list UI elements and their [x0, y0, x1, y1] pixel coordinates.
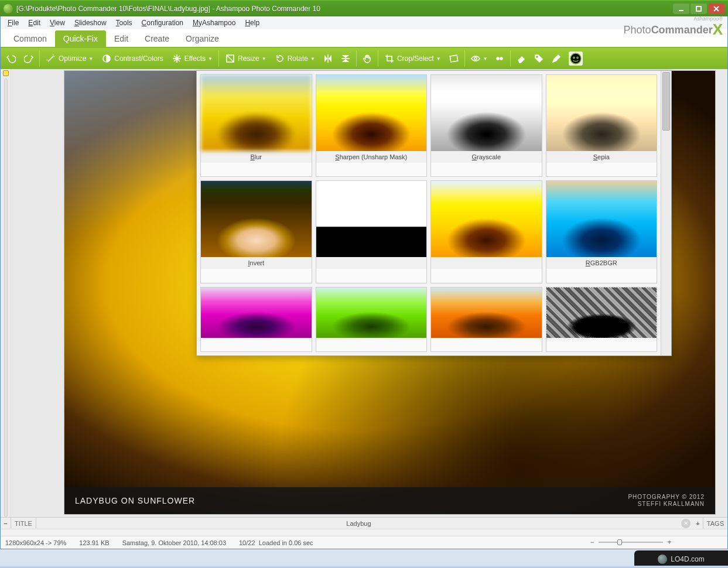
effect-invert[interactable]: Invert	[200, 180, 312, 283]
contrast-icon	[101, 53, 112, 64]
tags-label: TAGS	[703, 518, 727, 529]
tab-create[interactable]: Create	[136, 30, 177, 47]
status-index: 10/22 Loaded in 0.06 sec	[239, 539, 313, 546]
svg-point-7	[474, 57, 477, 60]
title-value[interactable]: Ladybug	[36, 520, 681, 527]
tab-edit[interactable]: Edit	[106, 30, 136, 47]
effect-thumbnail	[431, 181, 542, 257]
pan-button[interactable]	[359, 50, 375, 67]
eraser-button[interactable]	[513, 50, 529, 67]
menu-configuration[interactable]: Configuration	[137, 18, 188, 28]
effect-label: Blur	[201, 151, 312, 163]
contrast-button[interactable]: Contrast/Colors	[98, 50, 166, 67]
straighten-button[interactable]	[446, 50, 462, 67]
photo-caption: LADYBUG ON SUNFLOWER	[75, 496, 195, 505]
menubar: File Edit View Slideshow Tools Configura…	[1, 16, 727, 29]
app-body: File Edit View Slideshow Tools Configura…	[0, 16, 728, 549]
crop-icon	[384, 53, 395, 64]
eye-button[interactable]: ▼	[467, 50, 491, 67]
close-button[interactable]	[708, 4, 724, 14]
zoom-slider[interactable]	[599, 539, 663, 546]
hand-icon	[362, 53, 372, 64]
effect-thumbnail	[316, 288, 427, 338]
window-titlebar: [G:\Produkte\Photo Commander 10\Fotos\FI…	[0, 0, 728, 16]
mode-tabs: Common Quick-Fix Edit Create Organize	[1, 29, 727, 48]
tab-common[interactable]: Common	[5, 30, 55, 47]
effect-label: RGB2BGR	[546, 257, 657, 269]
rail-knob[interactable]	[3, 70, 9, 76]
tag-button[interactable]	[531, 50, 547, 67]
undo-button[interactable]	[3, 50, 19, 67]
effect-unnamed[interactable]	[316, 180, 428, 283]
redo-icon	[23, 53, 34, 64]
effect-thumbnail	[316, 181, 427, 257]
effects-scrollbar[interactable]	[661, 71, 671, 355]
face-button[interactable]	[566, 50, 586, 67]
menu-view[interactable]: View	[45, 18, 70, 28]
minimize-button[interactable]	[673, 4, 689, 14]
effect-sharpen-unsharp-mask-[interactable]: Sharpen (Unsharp Mask)	[316, 74, 428, 177]
effect-unnamed[interactable]	[430, 180, 542, 283]
flip-h-button[interactable]	[320, 50, 336, 67]
effects-grid: BlurSharpen (Unsharp Mask)GrayscaleSepia…	[197, 71, 661, 355]
effect-thumbnail	[431, 288, 542, 338]
menu-edit[interactable]: Edit	[23, 18, 45, 28]
effect-rgb2bgr[interactable]: RGB2BGR	[546, 180, 658, 283]
redeye-button[interactable]	[491, 50, 508, 67]
svg-rect-6	[450, 55, 457, 62]
svg-point-8	[497, 57, 499, 60]
optimize-button[interactable]: Optimize▼	[42, 50, 97, 67]
effect-label: Sepia	[546, 151, 657, 163]
effect-label	[316, 257, 427, 269]
effect-thumbnail	[546, 181, 657, 257]
title-label: TITLE	[11, 518, 36, 529]
effect-blur[interactable]: Blur	[200, 74, 312, 177]
effect-sepia[interactable]: Sepia	[546, 74, 658, 177]
tags-expand[interactable]: +	[693, 518, 703, 529]
menu-file[interactable]: File	[3, 18, 23, 28]
menu-tools[interactable]: Tools	[111, 18, 137, 28]
status-dimensions: 1280x960x24 -> 79%	[5, 539, 66, 546]
effect-thumbnail	[201, 75, 312, 151]
crop-button[interactable]: Crop/Select▼	[381, 50, 445, 67]
effects-button[interactable]: Effects▼	[168, 50, 216, 67]
effect-unnamed[interactable]	[316, 287, 428, 352]
title-clear[interactable]: ✕	[681, 519, 691, 528]
status-bar: 1280x960x24 -> 79% 123.91 KB Samstag, 9.…	[1, 536, 727, 549]
dots-icon	[494, 53, 505, 64]
effects-panel: BlurSharpen (Unsharp Mask)GrayscaleSepia…	[196, 70, 672, 356]
face-icon	[569, 52, 583, 66]
rotate-button[interactable]: Rotate▼	[271, 50, 319, 67]
flip-v-icon	[340, 53, 351, 64]
watermark-text: LO4D.com	[671, 555, 704, 563]
flip-v-button[interactable]	[337, 50, 354, 67]
menu-myashampoo[interactable]: MyAshampoo	[188, 18, 240, 28]
rotate-icon	[275, 53, 285, 64]
effect-unnamed[interactable]	[546, 287, 658, 352]
svg-rect-1	[696, 6, 701, 11]
sparkle-icon	[172, 53, 182, 64]
svg-point-13	[577, 57, 578, 58]
effect-grayscale[interactable]: Grayscale	[430, 74, 542, 177]
effect-label: Sharpen (Unsharp Mask)	[316, 151, 427, 163]
effect-unnamed[interactable]	[430, 287, 542, 352]
effect-unnamed[interactable]	[200, 287, 312, 352]
tab-organize[interactable]: Organize	[177, 30, 227, 47]
window-controls	[673, 4, 724, 14]
resize-button[interactable]: Resize▼	[221, 50, 270, 67]
pen-button[interactable]	[548, 50, 565, 67]
zoom-in[interactable]: +	[665, 538, 674, 546]
wand-icon	[46, 53, 56, 64]
title-tags-bar: − TITLE Ladybug ✕ + TAGS	[1, 517, 727, 529]
menu-help[interactable]: Help	[240, 18, 264, 28]
thin-divider	[1, 529, 727, 536]
redo-button[interactable]	[20, 50, 37, 67]
effect-thumbnail	[546, 75, 657, 151]
zoom-out[interactable]: −	[588, 538, 596, 546]
maximize-button[interactable]	[691, 4, 707, 14]
menu-slideshow[interactable]: Slideshow	[70, 18, 111, 28]
svg-point-12	[573, 57, 575, 58]
title-collapse[interactable]: −	[1, 518, 11, 529]
tab-quickfix[interactable]: Quick-Fix	[55, 30, 106, 47]
rail-track[interactable]	[4, 78, 8, 517]
